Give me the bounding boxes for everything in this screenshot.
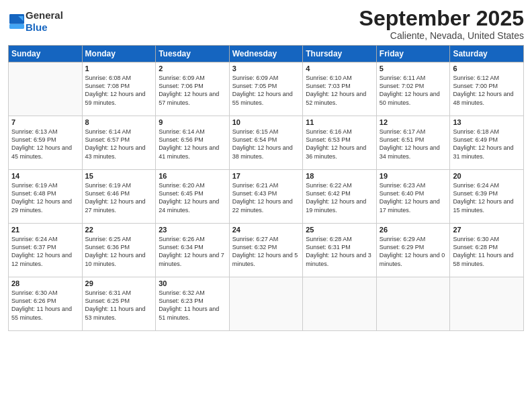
col-thursday: Thursday [303, 46, 377, 62]
calendar-week-0: 1 Sunrise: 6:08 AM Sunset: 7:08 PM Dayli… [9, 62, 524, 116]
day-number: 27 [453, 226, 521, 234]
day-number: 16 [159, 172, 226, 180]
col-wednesday: Wednesday [229, 46, 303, 62]
day-number: 8 [85, 118, 153, 126]
day-info: Sunrise: 6:18 AM Sunset: 6:49 PM Dayligh… [453, 128, 521, 161]
day-number: 25 [306, 226, 373, 234]
calendar-week-4: 28 Sunrise: 6:30 AM Sunset: 6:26 PM Dayl… [9, 277, 524, 331]
day-number: 30 [159, 279, 226, 287]
day-number: 28 [11, 279, 79, 287]
col-sunday: Sunday [9, 46, 83, 62]
calendar-cell: 14 Sunrise: 6:19 AM Sunset: 6:48 PM Dayl… [9, 170, 83, 224]
calendar-cell: 24 Sunrise: 6:27 AM Sunset: 6:32 PM Dayl… [229, 224, 303, 277]
day-info: Sunrise: 6:21 AM Sunset: 6:43 PM Dayligh… [232, 181, 300, 214]
day-number: 22 [85, 226, 153, 234]
day-info: Sunrise: 6:15 AM Sunset: 6:54 PM Dayligh… [232, 128, 300, 161]
day-number: 9 [159, 118, 226, 126]
calendar-cell: 6 Sunrise: 6:12 AM Sunset: 7:00 PM Dayli… [450, 62, 524, 116]
day-info: Sunrise: 6:23 AM Sunset: 6:40 PM Dayligh… [380, 181, 447, 214]
day-number: 10 [232, 118, 300, 126]
day-info: Sunrise: 6:08 AM Sunset: 7:08 PM Dayligh… [85, 74, 153, 107]
calendar-cell: 3 Sunrise: 6:09 AM Sunset: 7:05 PM Dayli… [229, 62, 303, 116]
calendar-cell [9, 62, 83, 116]
day-info: Sunrise: 6:22 AM Sunset: 6:42 PM Dayligh… [306, 181, 373, 214]
day-info: Sunrise: 6:30 AM Sunset: 6:28 PM Dayligh… [453, 235, 521, 268]
calendar-cell: 9 Sunrise: 6:14 AM Sunset: 6:56 PM Dayli… [156, 116, 230, 170]
calendar-cell: 21 Sunrise: 6:24 AM Sunset: 6:37 PM Dayl… [9, 224, 83, 277]
col-monday: Monday [82, 46, 156, 62]
title-block: September 2025 Caliente, Nevada, United … [359, 7, 524, 41]
calendar-cell: 12 Sunrise: 6:17 AM Sunset: 6:51 PM Dayl… [376, 116, 450, 170]
calendar-cell [450, 277, 524, 331]
day-number: 23 [159, 226, 226, 234]
day-number: 18 [306, 172, 373, 180]
calendar-cell: 25 Sunrise: 6:28 AM Sunset: 6:31 PM Dayl… [303, 224, 377, 277]
svg-rect-2 [9, 24, 24, 29]
day-info: Sunrise: 6:26 AM Sunset: 6:34 PM Dayligh… [159, 235, 226, 268]
header-row: General Blue September 2025 Caliente, Ne… [8, 7, 524, 41]
calendar-week-1: 7 Sunrise: 6:13 AM Sunset: 6:59 PM Dayli… [9, 116, 524, 170]
calendar-cell: 18 Sunrise: 6:22 AM Sunset: 6:42 PM Dayl… [303, 170, 377, 224]
day-number: 15 [85, 172, 153, 180]
calendar-cell: 28 Sunrise: 6:30 AM Sunset: 6:26 PM Dayl… [9, 277, 83, 331]
day-info: Sunrise: 6:17 AM Sunset: 6:51 PM Dayligh… [380, 128, 447, 161]
calendar-cell: 7 Sunrise: 6:13 AM Sunset: 6:59 PM Dayli… [9, 116, 83, 170]
day-info: Sunrise: 6:11 AM Sunset: 7:02 PM Dayligh… [380, 74, 447, 107]
day-number: 26 [380, 226, 447, 234]
day-info: Sunrise: 6:13 AM Sunset: 6:59 PM Dayligh… [11, 128, 79, 161]
day-info: Sunrise: 6:12 AM Sunset: 7:00 PM Dayligh… [453, 74, 521, 107]
calendar-table: Sunday Monday Tuesday Wednesday Thursday… [8, 45, 524, 331]
calendar-cell [303, 277, 377, 331]
day-info: Sunrise: 6:16 AM Sunset: 6:53 PM Dayligh… [306, 128, 373, 161]
calendar-week-2: 14 Sunrise: 6:19 AM Sunset: 6:48 PM Dayl… [9, 170, 524, 224]
day-number: 19 [380, 172, 447, 180]
calendar-cell: 29 Sunrise: 6:31 AM Sunset: 6:25 PM Dayl… [82, 277, 156, 331]
day-info: Sunrise: 6:28 AM Sunset: 6:31 PM Dayligh… [306, 235, 373, 268]
calendar-cell: 8 Sunrise: 6:14 AM Sunset: 6:57 PM Dayli… [82, 116, 156, 170]
calendar-cell: 10 Sunrise: 6:15 AM Sunset: 6:54 PM Dayl… [229, 116, 303, 170]
calendar-cell: 4 Sunrise: 6:10 AM Sunset: 7:03 PM Dayli… [303, 62, 377, 116]
day-number: 11 [306, 118, 373, 126]
col-tuesday: Tuesday [156, 46, 230, 62]
day-info: Sunrise: 6:25 AM Sunset: 6:36 PM Dayligh… [85, 235, 153, 268]
calendar-cell: 30 Sunrise: 6:32 AM Sunset: 6:23 PM Dayl… [156, 277, 230, 331]
day-info: Sunrise: 6:24 AM Sunset: 6:37 PM Dayligh… [11, 235, 79, 268]
day-number: 20 [453, 172, 521, 180]
day-info: Sunrise: 6:19 AM Sunset: 6:48 PM Dayligh… [11, 181, 79, 214]
header-row-days: Sunday Monday Tuesday Wednesday Thursday… [9, 46, 524, 62]
day-number: 2 [159, 64, 226, 73]
day-number: 1 [85, 64, 153, 73]
day-info: Sunrise: 6:27 AM Sunset: 6:32 PM Dayligh… [232, 235, 300, 268]
day-info: Sunrise: 6:30 AM Sunset: 6:26 PM Dayligh… [11, 289, 79, 322]
calendar-cell: 17 Sunrise: 6:21 AM Sunset: 6:43 PM Dayl… [229, 170, 303, 224]
calendar-cell: 16 Sunrise: 6:20 AM Sunset: 6:45 PM Dayl… [156, 170, 230, 224]
day-info: Sunrise: 6:29 AM Sunset: 6:29 PM Dayligh… [380, 235, 447, 268]
day-info: Sunrise: 6:32 AM Sunset: 6:23 PM Dayligh… [159, 289, 226, 322]
day-info: Sunrise: 6:20 AM Sunset: 6:45 PM Dayligh… [159, 181, 226, 214]
calendar-week-3: 21 Sunrise: 6:24 AM Sunset: 6:37 PM Dayl… [9, 224, 524, 277]
calendar-cell: 27 Sunrise: 6:30 AM Sunset: 6:28 PM Dayl… [450, 224, 524, 277]
calendar-cell: 13 Sunrise: 6:18 AM Sunset: 6:49 PM Dayl… [450, 116, 524, 170]
day-number: 3 [232, 64, 300, 73]
day-info: Sunrise: 6:09 AM Sunset: 7:06 PM Dayligh… [159, 74, 226, 107]
day-info: Sunrise: 6:10 AM Sunset: 7:03 PM Dayligh… [306, 74, 373, 107]
calendar-cell: 15 Sunrise: 6:19 AM Sunset: 6:46 PM Dayl… [82, 170, 156, 224]
day-info: Sunrise: 6:19 AM Sunset: 6:46 PM Dayligh… [85, 181, 153, 214]
calendar-cell: 26 Sunrise: 6:29 AM Sunset: 6:29 PM Dayl… [376, 224, 450, 277]
logo: General Blue [8, 9, 63, 34]
day-info: Sunrise: 6:14 AM Sunset: 6:57 PM Dayligh… [85, 128, 153, 161]
day-number: 29 [85, 279, 153, 287]
logo-icon [9, 14, 24, 29]
day-number: 21 [11, 226, 79, 234]
day-number: 7 [11, 118, 79, 126]
day-number: 14 [11, 172, 79, 180]
calendar-cell [229, 277, 303, 331]
calendar-cell: 22 Sunrise: 6:25 AM Sunset: 6:36 PM Dayl… [82, 224, 156, 277]
month-title: September 2025 [359, 7, 524, 30]
calendar-cell: 5 Sunrise: 6:11 AM Sunset: 7:02 PM Dayli… [376, 62, 450, 116]
day-number: 12 [380, 118, 447, 126]
calendar-cell: 19 Sunrise: 6:23 AM Sunset: 6:40 PM Dayl… [376, 170, 450, 224]
day-number: 24 [232, 226, 300, 234]
logo-general: General [26, 9, 63, 21]
location-title: Caliente, Nevada, United States [359, 30, 524, 41]
